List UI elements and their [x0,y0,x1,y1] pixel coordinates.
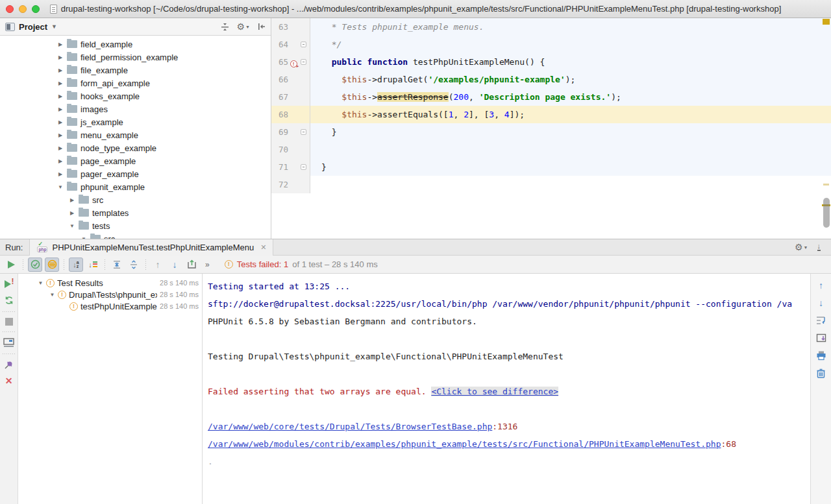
code-line[interactable]: 69 } [271,123,831,141]
clear-all-icon[interactable] [816,368,826,378]
toggle-auto-test-icon[interactable] [4,295,14,306]
code-line[interactable]: 71} [271,158,831,176]
prev-message-icon[interactable]: ↑ [816,280,826,291]
console-link[interactable]: <Click to see difference> [431,387,558,396]
sort-by-duration-icon[interactable] [86,258,100,272]
chevron-right-icon[interactable] [57,119,64,125]
chevron-down-icon[interactable] [81,236,87,239]
run-toolbar: ↑ ↓ » ! Tests failed: 1 of 1 test – 28 s… [0,256,831,274]
code-line[interactable]: 70 [271,141,831,158]
chevron-right-icon[interactable] [57,106,64,112]
code-line[interactable]: 63 * Tests phpunit_example menus. [271,18,831,36]
chevron-right-icon[interactable] [57,80,64,86]
hide-panel-icon[interactable]: ↓ [817,243,821,251]
tree-item[interactable]: hooks_example [0,90,271,102]
code-line[interactable]: 64 */ [271,36,831,53]
sort-alphabetically-icon[interactable] [69,258,83,272]
minimize-window-icon[interactable] [19,5,27,13]
error-stripe-mark[interactable] [823,19,830,25]
project-panel-title[interactable]: Project [19,22,47,32]
chevron-right-icon[interactable] [57,158,64,164]
previous-failed-test-icon[interactable]: ↑ [151,258,165,272]
fold-marker-icon[interactable] [301,164,306,170]
code-editor[interactable]: 63 * Tests phpunit_example menus. 64 */ … [271,18,831,239]
console-link[interactable]: /var/www/web/modules/contrib/examples/ph… [208,439,721,449]
run-tab[interactable]: ✓php PHPUnitExampleMenuTest.testPhpUnitE… [29,239,273,256]
tree-item[interactable]: templates [0,206,271,219]
tree-item[interactable]: page_example [0,154,271,167]
chevron-right-icon[interactable] [57,145,64,151]
rerun-icon[interactable] [4,258,18,272]
scroll-to-end-icon[interactable] [816,333,826,343]
close-tab-icon[interactable]: ✕ [260,243,266,252]
soft-wrap-icon[interactable] [816,315,826,326]
tree-item[interactable]: tests [0,219,271,232]
chevron-right-icon[interactable] [69,210,75,216]
show-ignored-icon[interactable] [45,258,59,272]
test-console[interactable]: Testing started at 13:25 ... sftp://dock… [203,274,810,504]
code-line[interactable]: 72 [271,176,831,193]
close-window-icon[interactable] [6,5,14,13]
next-message-icon[interactable]: ↓ [816,298,826,308]
tree-item[interactable]: field_permission_example [0,51,271,64]
code-line[interactable]: 65! public function testPhpUnitExampleMe… [271,53,831,71]
console-link[interactable]: /var/www/web/core/tests/Drupal/Tests/Bro… [208,422,492,431]
close-icon[interactable]: ✕ [5,376,13,386]
chevron-down-icon[interactable] [69,223,75,229]
tree-item[interactable]: field_example [0,38,271,51]
test-status: ! Tests failed: 1 of 1 test – 28 s 140 m… [225,259,378,269]
tree-item[interactable]: js_example [0,115,271,128]
chevron-down-icon[interactable] [57,184,64,190]
show-passed-icon[interactable] [28,258,42,272]
tree-item[interactable]: node_type_example [0,141,271,154]
tree-item[interactable]: file_example [0,64,271,77]
tree-item[interactable]: images [0,102,271,115]
test-failed-gutter-icon[interactable]: ! [290,60,297,67]
chevron-right-icon[interactable] [69,197,75,203]
chevron-right-icon[interactable] [57,67,64,73]
tree-item[interactable]: pager_example [0,167,271,180]
chevron-down-icon[interactable] [38,280,43,286]
error-stripe-mark[interactable] [823,184,829,186]
expand-all-icon[interactable] [110,258,124,272]
select-opened-file-icon[interactable] [221,23,229,31]
hide-panel-icon[interactable] [258,23,266,30]
chevron-down-icon[interactable] [49,292,55,298]
stop-icon[interactable] [5,318,13,326]
zoom-window-icon[interactable] [32,5,40,13]
tree-item[interactable]: menu_example [0,128,271,141]
more-chevron-icon[interactable]: » [205,260,209,269]
chevron-right-icon[interactable] [57,93,64,99]
fold-marker-icon[interactable] [301,42,306,47]
tree-item[interactable]: src [0,193,271,206]
pin-tab-icon[interactable] [4,360,14,370]
chevron-right-icon[interactable] [57,171,64,177]
collapse-all-icon[interactable] [127,258,141,272]
next-failed-test-icon[interactable]: ↓ [167,258,182,272]
rerun-failed-tests-icon[interactable]: ! [4,279,14,289]
tree-item[interactable]: src [0,232,271,239]
console-line: Testing started at 13:25 ... [208,278,810,295]
settings-gear-icon[interactable]: ⚙▼ [795,243,808,252]
code-line[interactable]: 66 $this->drupalGet('/examples/phpunit-e… [271,71,831,88]
print-icon[interactable] [816,350,826,361]
chevron-down-icon[interactable]: ▼ [51,23,57,30]
fold-marker-icon[interactable] [301,59,306,65]
test-tree-row[interactable]: ! Drupal\Tests\phpunit_exa 28 s 140 ms [18,289,202,300]
chevron-right-icon[interactable] [57,54,64,60]
import-test-results-icon[interactable] [184,258,199,272]
code-line-error-highlight[interactable]: 68 $this->assertEquals([1, 2], [3, 4]); [271,106,831,123]
console-line [208,330,810,348]
restore-layout-icon[interactable] [3,338,14,348]
settings-gear-icon[interactable]: ⚙▼ [237,22,251,31]
fold-marker-icon[interactable] [301,129,306,135]
tree-item[interactable]: phpunit_example [0,180,271,193]
folder-icon [79,209,89,217]
code-line[interactable]: 67 $this->assertResponse(200, 'Descripti… [271,88,831,106]
test-tree-row[interactable]: ! testPhpUnitExampleMe 28 s 140 ms [18,300,202,312]
chevron-right-icon[interactable] [57,132,64,138]
editor-scrollbar-thumb[interactable] [823,198,830,228]
tree-item[interactable]: form_api_example [0,77,271,90]
chevron-right-icon[interactable] [57,42,64,47]
test-tree-row[interactable]: ! Test Results 28 s 140 ms [18,277,202,289]
